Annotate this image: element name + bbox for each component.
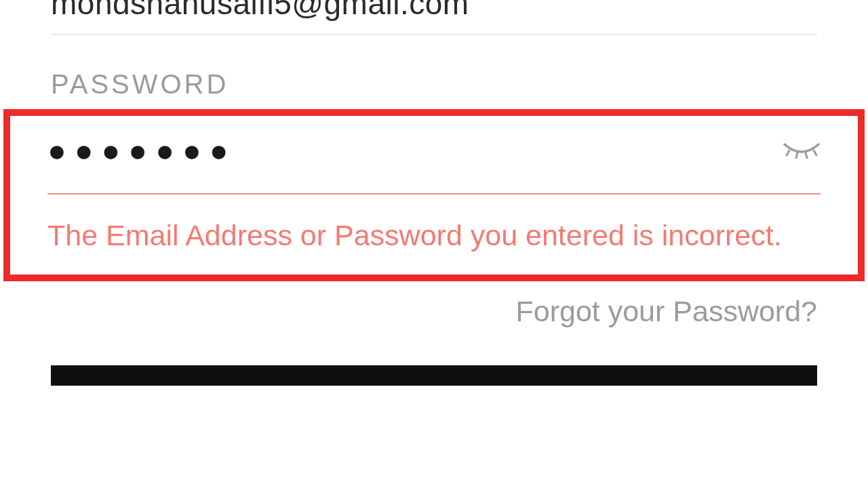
- svg-line-3: [814, 150, 816, 155]
- password-field[interactable]: ●●●●●●●: [47, 135, 237, 166]
- login-button[interactable]: [51, 365, 817, 386]
- eye-closed-icon: [783, 140, 821, 161]
- error-message: The Email Address or Password you entere…: [47, 215, 821, 256]
- password-row: ●●●●●●●: [47, 135, 821, 195]
- forgot-password-link[interactable]: Forgot your Password?: [51, 295, 817, 328]
- password-label: PASSWORD: [51, 69, 817, 100]
- svg-line-2: [806, 152, 807, 158]
- svg-line-0: [787, 150, 789, 155]
- error-highlight-box: ●●●●●●● The Email Address or Password yo…: [3, 109, 865, 281]
- toggle-password-visibility-button[interactable]: [783, 140, 821, 161]
- svg-line-1: [796, 152, 797, 158]
- email-field[interactable]: mondshanusaifi5@gmail.com: [51, 0, 817, 35]
